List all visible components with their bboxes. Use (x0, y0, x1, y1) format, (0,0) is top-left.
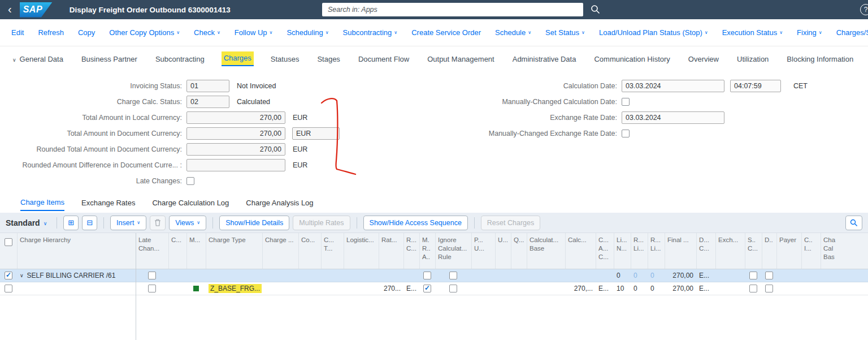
menu-item[interactable]: Scheduling∨ (287, 28, 328, 37)
menu-item[interactable]: Refresh (38, 28, 64, 37)
table-row[interactable]: ∨SELF BILLING CARRIER /61000270,00E... (0, 269, 868, 282)
exchange-rate-date-field[interactable]: 03.03.2024 (622, 111, 724, 124)
table-row[interactable]: Z_BASE_FRG...270...E...270,...E...100027… (0, 282, 868, 295)
tab-overview[interactable]: Overview (687, 53, 720, 66)
insert-button[interactable]: Insert ∨ (110, 216, 146, 230)
subtab-exchange-rates[interactable]: Exchange Rates (81, 194, 135, 210)
shell-search-input[interactable] (322, 3, 583, 16)
checkbox[interactable] (5, 272, 12, 279)
checkbox[interactable] (765, 285, 773, 292)
column-header-logistic[interactable]: Logistic... (344, 233, 379, 269)
column-header-line_no[interactable]: Li... N... (614, 233, 631, 269)
column-header-q[interactable]: Q... (511, 233, 527, 269)
column-header-charge2[interactable]: Charge ... (262, 233, 298, 269)
tab-statuses[interactable]: Statuses (270, 53, 301, 66)
column-header-late[interactable]: Late Chan... (136, 233, 168, 269)
tab-business-partner[interactable]: Business Partner (80, 53, 138, 66)
tab-communication-history[interactable]: Communication History (593, 53, 671, 66)
views-button[interactable]: Views ∨ (169, 216, 206, 230)
column-header-hierarchy[interactable]: Charge Hierarchy (17, 233, 136, 269)
charge-calc-status-field[interactable]: 02 (186, 96, 229, 108)
column-header-rate[interactable]: Rat... (379, 233, 403, 269)
total-amount-document-currency-field[interactable]: 270,00 (186, 127, 285, 140)
column-header-mra[interactable]: M. R.. A.. (419, 233, 435, 269)
table-search-button[interactable] (845, 216, 862, 230)
column-header-status[interactable]: M... (186, 233, 206, 269)
checkbox[interactable] (5, 238, 12, 246)
menu-item[interactable]: Create Service Order (411, 28, 481, 37)
column-header-sel[interactable] (0, 233, 17, 269)
column-header-charge_type[interactable]: Charge Type (206, 233, 262, 269)
subtab-charge-items[interactable]: Charge Items (20, 193, 64, 211)
menu-item[interactable]: Set Status∨ (545, 28, 585, 37)
menu-item[interactable]: Charges/Settlement (836, 28, 868, 37)
column-header-pu[interactable]: P... U... (471, 233, 495, 269)
reset-charges-button[interactable]: Reset Charges (481, 216, 540, 230)
column-header-c1[interactable]: C... (168, 233, 186, 269)
column-header-d[interactable]: D.. (762, 233, 776, 269)
invoicing-status-field[interactable]: 01 (186, 80, 229, 92)
column-header-ccb[interactable]: Cha Cal Bas (821, 233, 868, 269)
column-header-co[interactable]: Co... (298, 233, 321, 269)
column-header-rc[interactable]: R... C... (403, 233, 419, 269)
help-icon[interactable]: ? (860, 4, 868, 15)
tab-charges[interactable]: Charges (222, 51, 254, 66)
subtab-charge-calculation-log[interactable]: Charge Calculation Log (152, 194, 229, 210)
collapse-all-button[interactable]: ⊟ (82, 216, 97, 230)
tab-stages[interactable]: Stages (316, 53, 341, 66)
tab-document-flow[interactable]: Document Flow (357, 53, 410, 66)
column-header-rli1[interactable]: R... Li... (631, 233, 648, 269)
rounded-total-amount-document-currency-field[interactable]: 270,00 (186, 143, 285, 156)
total-amount-document-currency-currency-field[interactable]: EUR (292, 127, 340, 140)
tab-output-management[interactable]: Output Management (426, 53, 496, 66)
checkbox[interactable] (622, 98, 630, 106)
tab-general-data[interactable]: ∨General Data (11, 53, 64, 66)
checkbox[interactable] (449, 272, 457, 279)
column-header-ci[interactable]: C.. I... (801, 233, 821, 269)
total-amount-local-currency-field[interactable]: 270,00 (186, 111, 285, 124)
column-header-ct[interactable]: C... T... (321, 233, 344, 269)
column-header-calc_base[interactable]: Calculat... Base (527, 233, 565, 269)
collapse-node-icon[interactable]: ∨ (20, 273, 24, 278)
checkbox[interactable] (749, 285, 757, 292)
checkbox[interactable] (749, 272, 757, 279)
show-hide-access-sequence-button[interactable]: Show/Hide Access Sequence (363, 216, 468, 230)
menu-item[interactable]: Follow Up∨ (235, 28, 273, 37)
menu-item[interactable]: Fixing∨ (797, 28, 822, 37)
checkbox[interactable] (449, 285, 457, 292)
checkbox[interactable] (5, 285, 12, 292)
back-button[interactable]: ‹ (0, 3, 20, 16)
checkbox[interactable] (148, 285, 156, 292)
menu-item[interactable]: Schedule∨ (495, 28, 531, 37)
column-header-sc[interactable]: S.. C... (745, 233, 762, 269)
menu-item[interactable]: Execution Status∨ (722, 28, 783, 37)
tab-administrative-data[interactable]: Administrative Data (511, 53, 578, 66)
tab-blocking-information[interactable]: Blocking Information (785, 53, 854, 66)
column-header-rli2[interactable]: R... Li... (648, 233, 665, 269)
checkbox[interactable] (148, 272, 156, 279)
column-header-exch[interactable]: Exch... (715, 233, 745, 269)
menu-item[interactable]: Subcontracting∨ (343, 28, 398, 37)
checkbox[interactable] (423, 285, 431, 292)
menu-item[interactable]: Check∨ (194, 28, 220, 37)
show-hide-details-button[interactable]: Show/Hide Details (219, 216, 289, 230)
checkbox[interactable] (765, 272, 773, 279)
rounded-amount-difference-field[interactable] (186, 159, 285, 171)
calculation-date-field[interactable]: 03.03.2024 (622, 80, 724, 92)
tab-subcontracting[interactable]: Subcontracting (154, 53, 206, 66)
expand-all-button[interactable]: ⊞ (63, 216, 79, 230)
view-selector[interactable]: Standard ∨ (6, 218, 47, 227)
column-header-final[interactable]: Final ... (665, 233, 696, 269)
column-header-dc[interactable]: D... C... (696, 233, 715, 269)
menu-item[interactable]: Load/Unload Plan Status (Stop)∨ (599, 28, 708, 37)
menu-item[interactable]: Copy (78, 28, 95, 37)
calculation-date-time-field[interactable]: 04:07:59 (730, 80, 781, 92)
column-header-cac[interactable]: C... A... C... (596, 233, 614, 269)
shell-search-button[interactable] (589, 5, 601, 16)
checkbox[interactable] (186, 177, 194, 185)
menu-item[interactable]: Edit (11, 28, 24, 37)
column-header-calc_amt[interactable]: Calc... (565, 233, 596, 269)
tab-utilization[interactable]: Utilization (736, 53, 770, 66)
checkbox[interactable] (423, 272, 431, 279)
column-header-u[interactable]: U... (495, 233, 511, 269)
